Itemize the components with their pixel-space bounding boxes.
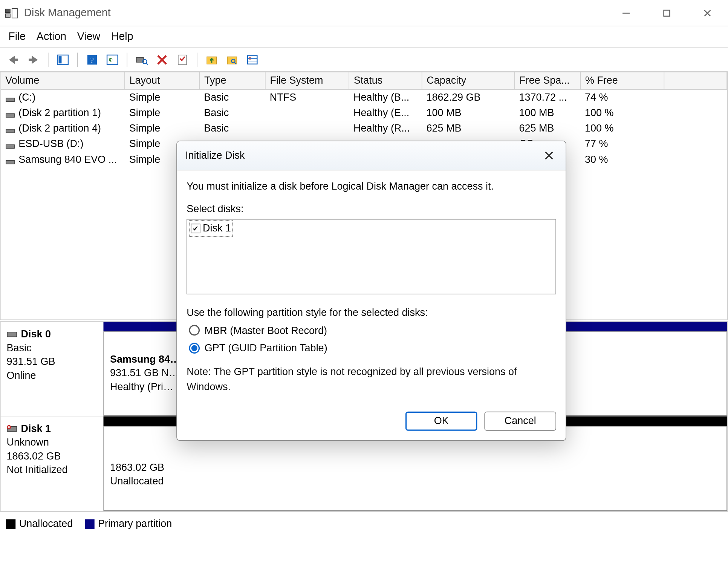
svg-rect-32 [6,160,14,164]
col-status[interactable]: Status [349,72,422,89]
legend-primary: Primary partition [98,518,172,529]
volume-row[interactable]: (C:)SimpleBasicNTFSHealthy (B...1862.29 … [1,89,727,105]
volume-type: Basic [199,89,265,105]
svg-rect-0 [5,9,10,12]
help-icon[interactable]: ? [84,51,100,68]
volume-free: 100 MB [514,105,580,121]
properties-icon[interactable] [174,51,191,68]
disk-icon: Disk 0 [6,328,97,342]
svg-rect-28 [6,98,14,101]
col-filesystem[interactable]: File System [265,72,349,89]
disk-state: Not Initialized [6,464,97,477]
disk-select-list[interactable]: Disk 1 [187,219,556,294]
svg-rect-31 [6,144,14,148]
svg-rect-10 [59,56,62,63]
col-type[interactable]: Type [199,72,265,89]
menu-action[interactable]: Action [37,31,66,43]
menu-file[interactable]: File [8,31,26,43]
drive-icon [5,156,15,164]
partition-style-label: Use the following partition style for th… [187,305,556,320]
folder-up-icon[interactable] [203,51,220,68]
volume-pctfree: 74 % [580,89,664,105]
volume-row[interactable]: (Disk 2 partition 4)SimpleBasicHealthy (… [1,121,727,136]
drive-icon [5,126,15,133]
drive-icon [5,110,15,117]
volume-pctfree: 77 % [580,136,664,152]
partition-line3: Unallocated [110,475,164,487]
svg-rect-25 [248,55,257,64]
volume-layout: Simple [124,121,199,136]
volume-free: 1370.72 ... [514,89,580,105]
partition-line3: Healthy (Pri… [110,381,173,392]
disk1-checkbox[interactable] [191,224,200,233]
volume-name: (Disk 2 partition 1) [18,107,101,118]
disk-state: Online [6,369,97,383]
col-pctfree[interactable]: % Free [580,72,664,89]
volume-row[interactable]: (Disk 2 partition 1)SimpleBasicHealthy (… [1,105,727,121]
partition-name: Samsung 84… [110,354,180,365]
col-layout[interactable]: Layout [124,72,199,89]
col-extra[interactable] [664,72,727,89]
volume-fs [265,105,349,121]
svg-rect-30 [6,129,14,133]
disk-size: 931.51 GB [6,355,97,369]
disk-type: Basic [6,342,97,355]
disk-settings-icon[interactable] [133,51,150,68]
close-button[interactable] [699,5,716,21]
volume-fs [265,121,349,136]
volume-type: Basic [199,105,265,121]
menu-help[interactable]: Help [111,31,133,43]
console-tree-icon[interactable] [54,51,71,68]
folder-search-icon[interactable] [224,51,240,68]
menu-view[interactable]: View [77,31,100,43]
svg-rect-4 [664,10,670,16]
dialog-close-button[interactable] [541,147,557,164]
volume-name: ESD-USB (D:) [18,138,83,150]
swatch-primary [85,519,94,529]
minimize-button[interactable] [618,5,634,21]
legend: Unallocated Primary partition [0,512,728,535]
disk-label: Disk 0 [21,328,51,342]
volume-pctfree: 100 % [580,121,664,136]
volume-fs: NTFS [265,89,349,105]
disk-size: 1863.02 GB [6,450,97,463]
volume-status: Healthy (E... [349,105,422,121]
action-pane-icon[interactable] [104,51,121,68]
cancel-button[interactable]: Cancel [484,411,556,430]
app-icon [5,8,18,18]
partition-line2: 931.51 GB N… [110,367,179,378]
list-view-icon[interactable] [244,51,260,68]
title-bar: Disk Management [0,0,728,26]
svg-rect-1 [12,8,17,17]
col-freespace[interactable]: Free Spa... [514,72,580,89]
maximize-button[interactable] [658,5,675,21]
swatch-unallocated [6,519,15,529]
volume-status: Healthy (B... [349,89,422,105]
volume-capacity: 625 MB [422,121,514,136]
col-volume[interactable]: Volume [1,72,125,89]
volume-capacity: 1862.29 GB [422,89,514,105]
volume-pctfree: 100 % [580,105,664,121]
menu-bar: File Action View Help [0,26,728,48]
partition-line2: 1863.02 GB [110,462,164,473]
ok-button[interactable]: OK [405,411,477,430]
back-icon[interactable] [5,51,21,68]
forward-icon[interactable] [25,51,42,68]
dialog-title: Initialize Disk [185,150,245,162]
drive-icon [5,141,15,148]
volume-name: (C:) [18,92,35,103]
svg-rect-13 [107,55,118,64]
volume-status: Healthy (R... [349,121,422,136]
gpt-radio[interactable] [189,343,200,354]
svg-rect-7 [15,58,18,61]
svg-line-17 [146,63,148,64]
drive-icon [5,94,15,101]
mbr-radio[interactable] [189,325,200,336]
volume-layout: Simple [124,105,199,121]
col-capacity[interactable]: Capacity [422,72,514,89]
disk-label: Disk 1 [21,422,51,436]
delete-icon[interactable] [154,51,170,68]
mbr-label: MBR (Master Boot Record) [205,323,327,338]
svg-rect-29 [6,113,14,117]
volume-layout: Simple [124,89,199,105]
